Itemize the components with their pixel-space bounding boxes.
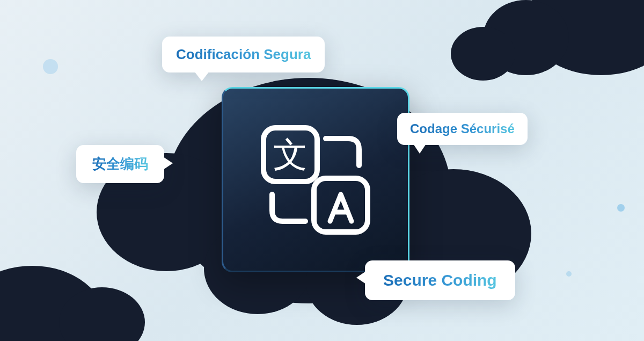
translate-icon: 文 [254,118,377,242]
decorative-dot [566,271,572,277]
svg-text:文: 文 [273,135,308,174]
translation-card: 文 [222,87,409,272]
bubble-label: Codificación Segura [176,46,311,62]
speech-bubble-french: Codage Sécurisé [397,113,528,145]
decorative-dot [43,59,58,74]
decorative-cloud [0,266,107,341]
bubble-label: Codage Sécurisé [410,121,515,136]
decorative-cloud [526,0,644,75]
decorative-dot [617,204,625,212]
speech-bubble-spanish: Codificación Segura [162,37,325,72]
svg-rect-2 [314,178,368,232]
speech-bubble-english: Secure Coding [365,260,515,300]
bubble-label: 安全编码 [92,156,148,172]
speech-bubble-chinese: 安全编码 [76,145,164,183]
bubble-label: Secure Coding [383,271,497,289]
